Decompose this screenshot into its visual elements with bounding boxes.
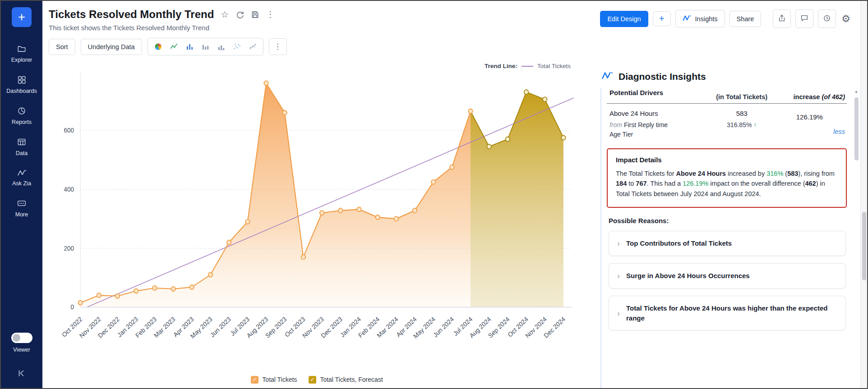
viewer-label: Viewer [13, 347, 30, 353]
report-header: Tickets Resolved Monthly Trend ☆ ⋮ This … [42, 1, 860, 33]
col-in-total-tickets: (in Total Tickets) [710, 93, 774, 101]
chevron-right-icon: › [617, 239, 620, 247]
sidebar-nav: Explorer Dashboards Reports Data Ask Zia… [1, 38, 42, 224]
more-icon [17, 198, 27, 208]
reason-card[interactable]: › Surge in Above 24 Hours Occurrences [609, 263, 846, 288]
svg-text:Jun 2023: Jun 2023 [209, 315, 232, 339]
chart-type-switcher [148, 38, 263, 55]
star-icon[interactable]: ☆ [221, 10, 229, 19]
history-icon [823, 14, 831, 23]
reason-card[interactable]: › Total Tickets for Above 24 Hours was h… [609, 296, 846, 331]
page-scrollbar-thumb[interactable] [862, 212, 866, 280]
folder-icon [17, 44, 27, 54]
sidebar-bottom: Viewer [1, 333, 42, 388]
driver-impact: 126.19% [796, 113, 823, 121]
driver-source: from First Reply time Age Tier [609, 120, 710, 139]
stacked-bar-icon[interactable] [201, 42, 210, 51]
comment-icon [800, 14, 808, 23]
comment-button[interactable] [795, 9, 813, 28]
share-button[interactable]: Share [729, 11, 762, 27]
chevron-right-icon: › [617, 272, 620, 280]
more-vertical-icon: ⋮ [274, 43, 282, 50]
chevron-right-icon: › [617, 309, 620, 317]
trend-line-swatch [522, 66, 533, 67]
legend-checkbox-icon: ✓ [309, 376, 316, 384]
export-button[interactable] [773, 9, 791, 28]
header-left: Tickets Resolved Monthly Trend ☆ ⋮ This … [49, 8, 274, 32]
add-button[interactable]: + [653, 11, 671, 26]
col-increase: increase (of 462) [774, 93, 845, 101]
driver-percent: 316.85% ↑ [710, 121, 774, 128]
svg-text:600: 600 [64, 127, 74, 134]
insights-scrollbar-thumb[interactable] [854, 97, 859, 160]
sidebar-item-more[interactable]: More [1, 192, 42, 224]
sidebar-item-dashboards[interactable]: Dashboards [1, 69, 42, 100]
page-title: Tickets Resolved Monthly Trend [49, 8, 214, 21]
trend-line-legend: Trend Line: Total Tickets [485, 63, 571, 69]
refresh-icon[interactable] [235, 10, 244, 19]
zia-insights-icon [601, 71, 614, 82]
svg-text:0: 0 [71, 303, 74, 311]
svg-text:200: 200 [64, 244, 74, 252]
insights-scroll-area: Potential Drivers (in Total Tickets) inc… [600, 88, 860, 388]
legend-item[interactable]: ✓ Total Tickets, Forecast [309, 376, 383, 384]
app-window: + Explorer Dashboards Reports Data Ask Z… [0, 0, 868, 389]
sort-button[interactable]: Sort [49, 39, 75, 55]
zia-insights-icon [683, 14, 692, 23]
collapse-sidebar-icon[interactable] [15, 366, 28, 382]
pie-chart-icon[interactable] [154, 42, 162, 51]
chart-toolbar: Sort Underlying Data [42, 33, 860, 61]
report-subtitle: This ticket shows the Tickets Resolved M… [49, 24, 274, 32]
bar-chart-icon[interactable] [185, 42, 194, 51]
drivers-table-header: Potential Drivers (in Total Tickets) inc… [607, 88, 847, 104]
history-button[interactable] [818, 9, 836, 28]
legend-item[interactable]: ✓ Total Tickets [251, 376, 297, 384]
insights-scrollbar: ▲ [853, 89, 859, 385]
impact-details-title: Impact Details [616, 156, 838, 164]
driver-value: 583 [710, 110, 774, 117]
chart-section: Trend Line: Total Tickets 0200400600Oct … [42, 61, 589, 388]
scroll-up-icon[interactable]: ▲ [854, 89, 859, 94]
main-area: Tickets Resolved Monthly Trend ☆ ⋮ This … [42, 1, 860, 388]
insights-header: Diagnostic Insights [590, 61, 860, 88]
create-new-button[interactable]: + [12, 7, 32, 27]
svg-text:400: 400 [64, 185, 74, 193]
col-potential-drivers: Potential Drivers [609, 89, 710, 96]
reason-card[interactable]: › Top Contributors of Total Tickets [609, 231, 846, 256]
content-row: Trend Line: Total Tickets 0200400600Oct … [42, 61, 860, 388]
save-icon[interactable] [251, 10, 259, 19]
chart-legend: ✓ Total Tickets ✓ Total Tickets, Forecas… [48, 371, 586, 388]
edit-design-button[interactable]: Edit Design [600, 11, 648, 27]
sidebar-item-ask-zia[interactable]: Ask Zia [1, 162, 42, 192]
sidebar: + Explorer Dashboards Reports Data Ask Z… [1, 1, 42, 388]
grouped-bar-icon[interactable] [217, 42, 226, 51]
underlying-data-button[interactable]: Underlying Data [81, 39, 142, 55]
impact-details-text: The Total Tickets for Above 24 Hours inc… [616, 169, 838, 199]
possible-reasons-title: Possible Reasons: [609, 217, 847, 224]
toolbar-more-button[interactable]: ⋮ [269, 38, 287, 55]
settings-icon[interactable]: ⚙ [840, 11, 851, 27]
zia-icon [17, 168, 27, 177]
insights-title: Diagnostic Insights [619, 71, 706, 82]
more-vertical-icon[interactable]: ⋮ [266, 10, 274, 18]
dashboards-icon [17, 75, 27, 85]
reports-icon [17, 106, 27, 116]
area-chart[interactable]: 0200400600Oct 2022Nov 2022Dec 2022Jan 20… [48, 62, 586, 371]
legend-checkbox-icon: ✓ [251, 376, 259, 384]
sidebar-item-explorer[interactable]: Explorer [1, 38, 42, 69]
insights-button[interactable]: Insights [675, 10, 725, 27]
header-actions: Edit Design + Insights Share [600, 9, 851, 28]
possible-reasons-list: › Top Contributors of Total Tickets › Su… [607, 231, 847, 330]
toggle-knob [13, 334, 20, 342]
less-link[interactable]: less [833, 128, 845, 135]
combo-chart-icon[interactable] [249, 42, 257, 51]
sidebar-item-reports[interactable]: Reports [1, 100, 42, 131]
line-chart-icon[interactable] [170, 42, 178, 51]
sidebar-item-data[interactable]: Data [1, 131, 42, 162]
driver-name: Above 24 Hours [609, 110, 710, 117]
svg-text:Mar 2024: Mar 2024 [375, 315, 399, 339]
scatter-chart-icon[interactable] [233, 42, 241, 51]
page-scrollbar[interactable] [860, 1, 867, 388]
up-arrow-icon: ↑ [753, 121, 757, 128]
viewer-toggle[interactable] [11, 333, 32, 343]
